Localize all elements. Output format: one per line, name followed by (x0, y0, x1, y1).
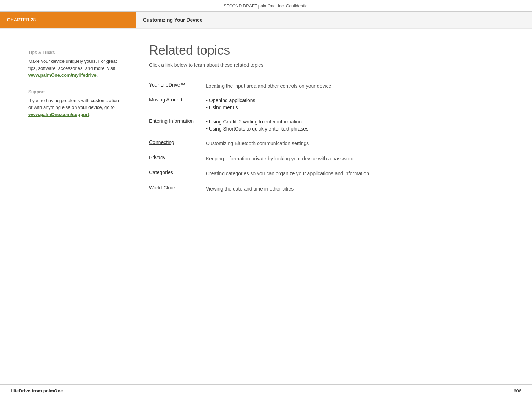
topic-description: Creating categories so you can organize … (206, 166, 511, 181)
topic-link[interactable]: Connecting (149, 139, 174, 145)
table-row: Your LifeDrive™Locating the input area a… (149, 78, 511, 93)
topics-table: Your LifeDrive™Locating the input area a… (149, 78, 511, 196)
table-row: PrivacyKeeping information private by lo… (149, 151, 511, 166)
main-content: Tips & Tricks Make your device uniquely … (0, 29, 532, 210)
chapter-label: CHAPTER 28 (0, 12, 135, 28)
section-title: Related topics (149, 43, 511, 58)
tips-section: Tips & Tricks Make your device uniquely … (28, 50, 124, 79)
chapter-label-text: CHAPTER 28 (7, 17, 36, 22)
top-bar: SECOND DRAFT palmOne, Inc. Confidential (0, 0, 532, 12)
topic-description: Viewing the date and time in other citie… (206, 181, 511, 196)
table-row: Moving AroundOpening applicationsUsing m… (149, 93, 511, 115)
chapter-title-text: Customizing Your Device (143, 17, 203, 23)
table-row: CategoriesCreating categories so you can… (149, 166, 511, 181)
tips-text-intro: Make your device uniquely yours. For gre… (28, 59, 117, 71)
footer-page: 606 (514, 388, 521, 393)
support-text-intro: If you’re having problems with customiza… (28, 98, 119, 110)
sidebar: Tips & Tricks Make your device uniquely … (0, 43, 135, 210)
topic-description: Keeping information private by locking y… (206, 151, 511, 166)
tips-link[interactable]: www.palmOne.com/mylifedrive (28, 72, 97, 78)
topic-link[interactable]: World Clock (149, 185, 176, 191)
topic-link[interactable]: Your LifeDrive™ (149, 82, 185, 88)
chapter-title: Customizing Your Device (135, 12, 532, 28)
section-intro: Click a link below to learn about these … (149, 62, 511, 68)
support-link[interactable]: www.palmOne.com/support (28, 112, 89, 117)
chapter-header: CHAPTER 28 Customizing Your Device (0, 12, 532, 29)
table-row: ConnectingCustomizing Bluetooth communic… (149, 136, 511, 151)
topic-description: Customizing Bluetooth communication sett… (206, 136, 511, 151)
topic-description: Locating the input area and other contro… (206, 78, 511, 93)
topic-description: Using Graffiti 2 writing to enter inform… (206, 115, 511, 136)
top-bar-text: SECOND DRAFT palmOne, Inc. Confidential (224, 4, 308, 9)
tips-text: Make your device uniquely yours. For gre… (28, 58, 124, 79)
topic-link[interactable]: Privacy (149, 155, 165, 160)
content-area: Related topics Click a link below to lea… (135, 43, 532, 210)
tips-period: . (97, 72, 98, 78)
table-row: World ClockViewing the date and time in … (149, 181, 511, 196)
topic-description: Opening applicationsUsing menus (206, 93, 511, 115)
footer-brand: LifeDrive from palmOne (11, 388, 63, 393)
footer: LifeDrive from palmOne 606 (0, 384, 532, 397)
list-item: Using Graffiti 2 writing to enter inform… (206, 118, 504, 125)
list-item: Using ShortCuts to quickly enter text ph… (206, 125, 504, 132)
topic-link[interactable]: Entering Information (149, 118, 194, 124)
support-period: . (89, 112, 91, 117)
support-text: If you’re having problems with customiza… (28, 97, 124, 118)
table-row: Entering InformationUsing Graffiti 2 wri… (149, 115, 511, 136)
tips-title: Tips & Tricks (28, 50, 124, 55)
support-title: Support (28, 89, 124, 94)
list-item: Opening applications (206, 97, 504, 104)
support-section: Support If you’re having problems with c… (28, 89, 124, 118)
topic-link[interactable]: Categories (149, 170, 173, 175)
list-item: Using menus (206, 104, 504, 111)
topic-link[interactable]: Moving Around (149, 97, 182, 103)
